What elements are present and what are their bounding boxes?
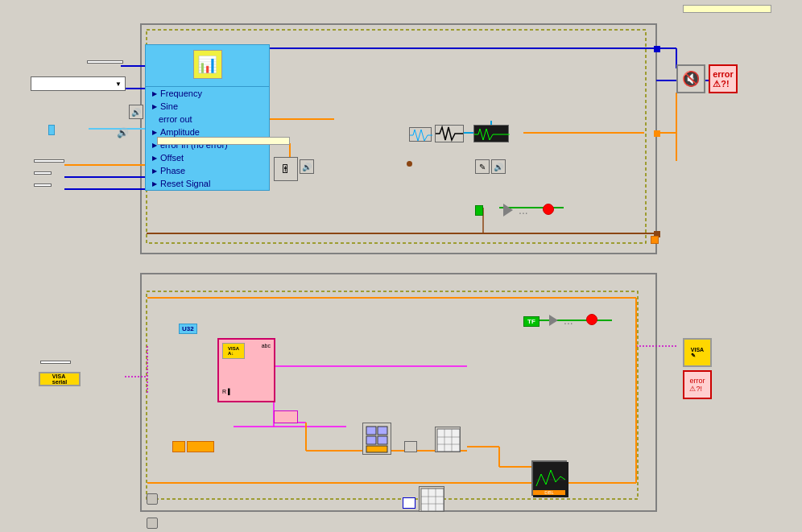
bottom-matrix-block bbox=[419, 486, 444, 512]
visa-resource-box: VISAserial bbox=[39, 372, 81, 386]
simulate-signal-header: 📊 bbox=[146, 45, 269, 87]
speaker-small2-icon: 🔊 bbox=[491, 159, 506, 174]
percent-f-box bbox=[274, 410, 298, 423]
bottom-right-icons: VISA✎ error⚠?! bbox=[683, 338, 712, 399]
matrix-display bbox=[435, 427, 461, 452]
value-2 bbox=[34, 171, 52, 175]
menu-item-offset[interactable]: Offset bbox=[146, 151, 269, 164]
wave-function-block bbox=[435, 125, 464, 142]
simulate-signal-popup: 📊 Frequency Sine error out Amplitude err… bbox=[145, 44, 270, 191]
edit-icon: ✎ bbox=[475, 159, 490, 174]
zero-indicator bbox=[404, 441, 417, 452]
speaker-icon-vol: 🔊 bbox=[300, 159, 314, 174]
stop2-arrow bbox=[549, 315, 558, 326]
menu-item-frequency[interactable]: Frequency bbox=[146, 87, 269, 100]
generated-sound-display bbox=[473, 125, 509, 142]
simulate-signal-icon: 📊 bbox=[193, 50, 222, 79]
read-count-u32: U32 bbox=[179, 324, 197, 332]
error-node-dot bbox=[407, 161, 412, 167]
svg-rect-47 bbox=[366, 427, 376, 435]
u32-label bbox=[48, 125, 55, 135]
device-id-u32 bbox=[48, 125, 55, 134]
volume-tooltip bbox=[157, 137, 290, 145]
tf-label bbox=[475, 205, 483, 216]
node-dot-2 bbox=[654, 130, 660, 137]
visa-read-block: VISAA↓ abc R ▌ bbox=[217, 338, 275, 402]
svg-rect-59 bbox=[421, 489, 444, 511]
info-icon-top bbox=[147, 493, 158, 505]
svg-rect-48 bbox=[378, 427, 387, 435]
array-func-block bbox=[362, 423, 391, 455]
value-44100 bbox=[34, 159, 64, 163]
visa-value bbox=[40, 361, 71, 364]
visa-in-icon: VISAA↓ bbox=[222, 343, 245, 359]
stop2-button[interactable] bbox=[586, 314, 597, 325]
chart-dbl-label: DBL bbox=[533, 490, 565, 495]
svg-rect-51 bbox=[366, 446, 387, 452]
value-0-box bbox=[172, 441, 185, 452]
speaker-icon-box: 🔇 bbox=[676, 64, 705, 93]
sound-output-icons: 🔇 error⚠?! bbox=[676, 64, 738, 93]
generated-wave-svg bbox=[474, 126, 510, 143]
visa-read-label: abc bbox=[262, 343, 271, 348]
stop-button[interactable] bbox=[543, 204, 554, 215]
svg-rect-52 bbox=[437, 429, 460, 452]
error-icon-box: error⚠?! bbox=[709, 64, 738, 93]
left-speaker-icon: 🔊 bbox=[117, 127, 130, 140]
stop2-tf: TF bbox=[523, 316, 539, 325]
menu-item-phase[interactable]: Phase bbox=[146, 164, 269, 177]
value-2-bottom bbox=[403, 497, 415, 509]
volume-slider-block[interactable]: 🎚 bbox=[274, 157, 298, 181]
svg-rect-50 bbox=[378, 436, 387, 444]
nan-display bbox=[187, 441, 214, 452]
sine-indicator bbox=[409, 127, 432, 142]
svg-rect-49 bbox=[366, 436, 376, 444]
menu-item-error-out[interactable]: error out bbox=[146, 113, 269, 126]
tooltip-box bbox=[683, 5, 771, 13]
stop-arrow bbox=[503, 204, 513, 217]
wave-icon bbox=[436, 126, 463, 142]
speaker-icon: 🔇 bbox=[682, 70, 700, 88]
node-dot-1 bbox=[654, 46, 660, 52]
volume-slider-icon: 🎚 bbox=[280, 163, 291, 175]
continuous-samples-dropdown[interactable]: ▼ bbox=[31, 76, 126, 91]
value-16 bbox=[34, 184, 52, 187]
visa-read-indicator: R ▌ bbox=[222, 389, 232, 394]
read-count-u32-label: U32 bbox=[179, 324, 197, 334]
menu-item-reset[interactable]: Reset Signal bbox=[146, 177, 269, 190]
stop2-tf-label: TF bbox=[523, 316, 539, 327]
info-icon-bottom bbox=[147, 518, 158, 529]
speaker-small-icon: 🔊 bbox=[129, 105, 143, 119]
menu-item-sine[interactable]: Sine bbox=[146, 100, 269, 113]
processed-sound-chart: DBL bbox=[531, 460, 567, 496]
value-5000 bbox=[87, 60, 123, 64]
stop-tf-control bbox=[475, 205, 483, 214]
stop2-dots: ··· bbox=[564, 316, 573, 329]
error-icon-right: error⚠?! bbox=[683, 370, 712, 399]
orange-dot-bottom bbox=[651, 236, 659, 244]
visa-icon-right: VISA✎ bbox=[683, 338, 712, 367]
dots-indicator: ··· bbox=[519, 206, 528, 219]
error-icon: error⚠?! bbox=[713, 69, 734, 89]
dropdown-arrow: ▼ bbox=[115, 80, 122, 88]
